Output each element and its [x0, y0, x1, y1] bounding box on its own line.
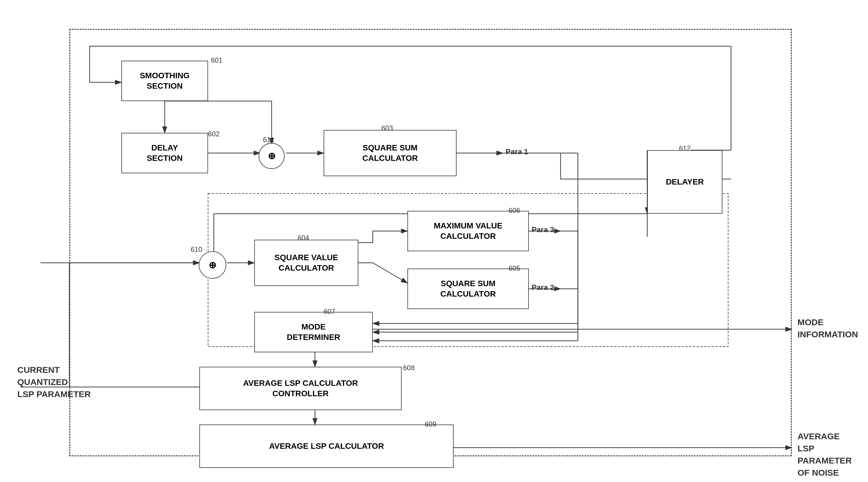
ref-602: 602	[208, 130, 220, 138]
avg-lsp-controller-block: AVERAGE LSP CALCULATORCONTROLLER	[199, 367, 402, 410]
mode-determiner-label: MODEDETERMINER	[287, 322, 340, 343]
square-sum-603-label: SQUARE SUMCALCULATOR	[362, 143, 418, 164]
avg-lsp-calc-block: AVERAGE LSP CALCULATOR	[199, 424, 454, 468]
ref-601: 601	[211, 56, 222, 64]
ref-608: 608	[403, 364, 415, 372]
delayer-block: DELAYER	[647, 150, 722, 214]
avg-lsp-calc-label: AVERAGE LSP CALCULATOR	[269, 441, 384, 451]
avg-lsp-param-label: AVERAGE LSPPARAMETEROF NOISE REGION	[798, 430, 855, 482]
square-sum-603-block: SQUARE SUMCALCULATOR	[323, 130, 457, 176]
ref-605: 605	[508, 264, 520, 272]
ref-610: 610	[191, 246, 202, 254]
square-value-label: SQUARE VALUECALCULATOR	[275, 252, 338, 274]
ref-604: 604	[298, 234, 309, 242]
smoothing-section-block: SMOOTHINGSECTION	[121, 61, 208, 101]
ref-611: 611	[263, 136, 275, 144]
junction-610-symbol: ⊕	[209, 260, 216, 270]
para2-label: Para 2	[532, 283, 554, 292]
ref-612: 612	[679, 144, 690, 153]
square-value-block: SQUARE VALUECALCULATOR	[254, 240, 358, 286]
ref-607: 607	[323, 308, 335, 316]
smoothing-section-label: SMOOTHINGSECTION	[140, 70, 190, 92]
mode-determiner-block: MODEDETERMINER	[254, 312, 373, 352]
max-value-block: MAXIMUM VALUECALCULATOR	[407, 211, 529, 251]
junction-610: ⊕	[199, 251, 226, 279]
para3-label: Para 3	[532, 225, 554, 234]
diagram-container: SMOOTHINGSECTION 601 DELAYSECTION 602 ⊕ …	[11, 11, 855, 471]
ref-603: 603	[381, 124, 393, 132]
delay-section-block: DELAYSECTION	[121, 133, 208, 173]
para1-label: Para 1	[506, 147, 528, 156]
mode-information-label: MODEINFORMATION	[798, 316, 858, 341]
ref-609: 609	[425, 420, 436, 428]
avg-lsp-controller-label: AVERAGE LSP CALCULATORCONTROLLER	[243, 378, 358, 399]
max-value-label: MAXIMUM VALUECALCULATOR	[434, 221, 502, 242]
delayer-label: DELAYER	[666, 177, 704, 187]
delay-section-label: DELAYSECTION	[147, 143, 183, 164]
junction-611: ⊕	[258, 143, 285, 169]
current-quantized-label: CURRENTQUANTIZEDLSP PARAMETER	[17, 364, 91, 400]
square-sum-605-block: SQUARE SUMCALCULATOR	[407, 268, 529, 309]
square-sum-605-label: SQUARE SUMCALCULATOR	[440, 279, 496, 299]
junction-611-symbol: ⊕	[268, 151, 276, 161]
ref-606: 606	[508, 206, 520, 215]
